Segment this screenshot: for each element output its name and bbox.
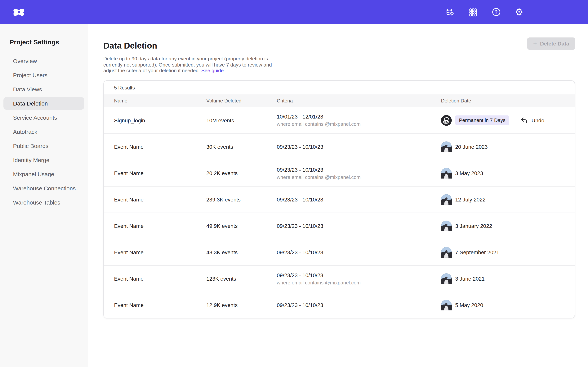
user-avatar <box>441 221 452 231</box>
deletion-date-cell: 20 June 2023 <box>441 142 575 152</box>
see-guide-link[interactable]: See guide <box>201 68 224 73</box>
criteria-cell: 09/23/23 - 10/10/23 <box>277 223 441 229</box>
sidebar-item-service-accounts[interactable]: Service Accounts <box>3 110 84 125</box>
table-row[interactable]: Signup_login 10M events 10/01/23 - 12/01… <box>104 107 575 133</box>
sidebar-item-data-views[interactable]: Data Views <box>3 82 84 96</box>
event-name-cell: Signup_login <box>114 117 206 123</box>
volume-deleted-cell: 30K events <box>206 144 277 150</box>
table-row[interactable]: Event Name 12.9K events 09/23/23 - 10/10… <box>104 292 575 318</box>
deletion-date-cell: 3 June 2021 <box>441 273 575 284</box>
description-line: currently not supported). Once submitted… <box>103 62 272 67</box>
deletion-date-text: 12 July 2022 <box>455 197 486 203</box>
user-avatar <box>441 194 452 205</box>
criteria-date-range: 09/23/23 - 10/10/23 <box>277 302 441 308</box>
top-navigation-bar: ? ⚙ <box>0 0 588 24</box>
criteria-date-range: 09/23/23 - 10/10/23 <box>277 223 441 229</box>
event-name-cell: Event Name <box>114 302 206 308</box>
table-row[interactable]: Event Name 239.3K events 09/23/23 - 10/1… <box>104 186 575 213</box>
criteria-date-range: 09/23/23 - 10/10/23 <box>277 144 441 150</box>
volume-deleted-cell: 12.9K events <box>206 302 277 308</box>
sidebar-item-warehouse-connections[interactable]: Warehouse Connections <box>3 181 84 195</box>
deletion-date-text: 3 January 2022 <box>455 223 492 229</box>
undo-button[interactable]: Undo <box>520 117 544 124</box>
sidebar-item-warehouse-tables[interactable]: Warehouse Tables <box>3 195 84 209</box>
event-name-cell: Event Name <box>114 249 206 255</box>
volume-deleted-cell: 239.3K events <box>206 197 277 203</box>
sidebar-item-overview[interactable]: Overview <box>3 54 84 68</box>
criteria-cell: 09/23/23 - 10/10/23 <box>277 144 441 150</box>
help-icon[interactable]: ? <box>492 8 501 17</box>
criteria-filter-subtext: where email contains @mixpanel.com <box>277 121 441 127</box>
apps-grid-icon[interactable] <box>468 8 478 17</box>
user-avatar <box>441 115 452 125</box>
plus-icon: + <box>533 40 537 47</box>
main-content: Data Deletion Delete up to 90 days data … <box>88 24 588 367</box>
criteria-cell: 09/23/23 - 10/10/23 <box>277 197 441 203</box>
deletion-date-text: 7 September 2021 <box>455 249 499 255</box>
user-avatar <box>441 168 452 179</box>
criteria-cell: 09/23/23 - 10/10/23 <box>277 302 441 308</box>
delete-data-button-label: Delete Data <box>540 41 569 47</box>
sidebar-nav-list: OverviewProject UsersData ViewsData Dele… <box>0 54 88 209</box>
undo-arrow-icon <box>520 117 528 124</box>
sidebar-title: Project Settings <box>9 39 88 46</box>
sidebar-item-identity-merge[interactable]: Identity Merge <box>3 153 84 167</box>
mixpanel-logo[interactable] <box>12 6 25 18</box>
table-row[interactable]: Event Name 49.9K events 09/23/23 - 10/10… <box>104 213 575 239</box>
user-avatar <box>441 273 452 284</box>
user-avatar <box>441 300 452 310</box>
criteria-cell: 09/23/23 - 10/10/23 where email contains… <box>277 167 441 180</box>
deletion-date-text: 20 June 2023 <box>455 144 488 150</box>
sidebar-item-mixpanel-usage[interactable]: Mixpanel Usage <box>3 167 84 181</box>
sidebar-item-project-users[interactable]: Project Users <box>3 68 84 82</box>
criteria-date-range: 09/23/23 - 10/10/23 <box>277 167 441 173</box>
event-name-cell: Event Name <box>114 144 206 150</box>
page-description: Delete up to 90 days data for any event … <box>103 56 276 74</box>
volume-deleted-cell: 123K events <box>206 276 277 282</box>
column-header-volume: Volume Deleted <box>206 98 277 104</box>
sidebar-item-public-boards[interactable]: Public Boards <box>3 139 84 153</box>
deletion-date-cell: Permanent in 7 Days Undo <box>441 115 575 125</box>
deletion-date-cell: 12 July 2022 <box>441 194 575 205</box>
criteria-cell: 09/23/23 - 10/10/23 where email contains… <box>277 272 441 285</box>
question-mark-glyph: ? <box>492 8 500 16</box>
criteria-cell: 09/23/23 - 10/10/23 <box>277 249 441 255</box>
table-body: Signup_login 10M events 10/01/23 - 12/01… <box>104 107 575 318</box>
criteria-cell: 10/01/23 - 12/01/23 where email contains… <box>277 114 441 127</box>
description-line: adjust the criteria of your deletion if … <box>103 68 200 73</box>
volume-deleted-cell: 49.9K events <box>206 223 277 229</box>
user-avatar <box>441 247 452 258</box>
deletion-date-text: 5 May 2020 <box>455 302 483 308</box>
user-avatar <box>441 142 452 152</box>
sidebar-item-autotrack[interactable]: Autotrack <box>3 125 84 139</box>
column-header-deletion-date: Deletion Date <box>441 98 575 104</box>
settings-sidebar: Project Settings OverviewProject UsersDa… <box>0 24 88 367</box>
volume-deleted-cell: 20.2K events <box>206 170 277 176</box>
deletion-date-cell: 3 May 2023 <box>441 168 575 179</box>
column-header-criteria: Criteria <box>277 98 441 104</box>
table-row[interactable]: Event Name 20.2K events 09/23/23 - 10/10… <box>104 160 575 186</box>
event-name-cell: Event Name <box>114 223 206 229</box>
settings-gear-icon[interactable]: ⚙ <box>515 8 524 17</box>
volume-deleted-cell: 10M events <box>206 117 277 123</box>
sidebar-item-data-deletion[interactable]: Data Deletion <box>3 97 84 110</box>
results-count: 5 Results <box>104 81 575 94</box>
table-row[interactable]: Event Name 30K events 09/23/23 - 10/10/2… <box>104 133 575 160</box>
database-gear-icon[interactable] <box>446 8 455 17</box>
table-row[interactable]: Event Name 48.3K events 09/23/23 - 10/10… <box>104 239 575 265</box>
page-title: Data Deletion <box>103 41 157 51</box>
event-name-cell: Event Name <box>114 276 206 282</box>
deletion-date-cell: 5 May 2020 <box>441 300 575 310</box>
table-header-row: Name Volume Deleted Criteria Deletion Da… <box>104 94 575 107</box>
deletion-date-cell: 3 January 2022 <box>441 221 575 231</box>
undo-label: Undo <box>532 117 544 123</box>
deletion-date-text: 3 May 2023 <box>455 170 483 176</box>
criteria-date-range: 09/23/23 - 10/10/23 <box>277 249 441 255</box>
event-name-cell: Event Name <box>114 170 206 176</box>
topbar-icon-group: ? ⚙ <box>446 0 524 24</box>
delete-data-button[interactable]: + Delete Data <box>527 37 575 50</box>
criteria-filter-subtext: where email contains @mixpanel.com <box>277 280 441 285</box>
description-line: Delete up to 90 days data for any event … <box>103 56 268 62</box>
table-row[interactable]: Event Name 123K events 09/23/23 - 10/10/… <box>104 265 575 292</box>
event-name-cell: Event Name <box>114 197 206 203</box>
